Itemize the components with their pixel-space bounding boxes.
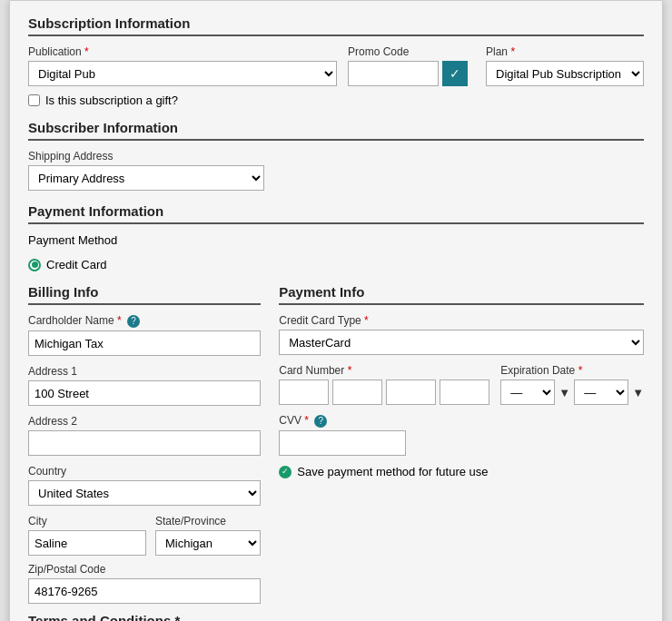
- state-label: State/Province: [155, 515, 261, 527]
- shipping-address-label: Shipping Address: [28, 150, 644, 163]
- address2-label: Address 2: [28, 415, 261, 428]
- gift-checkbox[interactable]: [28, 94, 40, 106]
- payment-info-title: Payment Info: [279, 284, 644, 305]
- exp-month-select[interactable]: —: [500, 380, 555, 405]
- cardholder-name-label: Cardholder Name * ?: [28, 314, 261, 328]
- zip-input[interactable]: [28, 578, 261, 604]
- card-number-label: Card Number *: [279, 364, 489, 377]
- shipping-address-select[interactable]: Primary Address: [28, 165, 264, 191]
- address1-input[interactable]: [28, 380, 261, 406]
- save-check-inner: ✓: [282, 468, 289, 476]
- shipping-address-field: Shipping Address Primary Address: [28, 150, 644, 191]
- save-check-icon[interactable]: ✓: [279, 466, 292, 478]
- payment-section-title: Payment Information: [28, 203, 644, 224]
- payment-info-section: Payment Info Credit Card Type * MasterCa…: [279, 284, 644, 613]
- cardholder-help-icon[interactable]: ?: [127, 315, 140, 328]
- address1-field: Address 1: [28, 365, 261, 406]
- billing-info-section: Billing Info Cardholder Name * ? Address…: [28, 284, 261, 613]
- card-number-segments: [279, 380, 489, 405]
- card-type-field: Credit Card Type * MasterCard: [279, 314, 644, 355]
- save-payment-label: Save payment method for future use: [297, 465, 488, 478]
- subscription-modal: Subscription Information Publication * D…: [9, 0, 663, 621]
- card-type-select[interactable]: MasterCard: [279, 330, 644, 355]
- city-state-row: City State/Province Michigan: [28, 515, 261, 556]
- cvv-input[interactable]: [279, 430, 406, 456]
- card-seg1-input[interactable]: [279, 380, 329, 405]
- terms-section: Terms and Conditions * I authorize a one…: [28, 613, 644, 621]
- card-number-expiration-row: Card Number * Expiration Date *: [279, 364, 644, 405]
- cardholder-name-field: Cardholder Name * ?: [28, 314, 261, 356]
- exp-separator: ▼: [558, 386, 570, 405]
- plan-field: Plan * Digital Pub Subscription Plan, $: [486, 45, 644, 86]
- subscriber-section-title: Subscriber Information: [28, 120, 644, 141]
- payment-section: Payment Information Payment Method Credi…: [28, 203, 644, 271]
- cvv-help-icon[interactable]: ?: [314, 415, 327, 428]
- credit-card-row: Credit Card: [28, 258, 644, 271]
- terms-title: Terms and Conditions *: [28, 613, 644, 621]
- promo-code-field: Promo Code ✓: [348, 45, 475, 86]
- payment-method-label: Payment Method: [28, 233, 117, 247]
- verify-button[interactable]: ✓: [442, 61, 468, 86]
- gift-row: Is this subscription a gift?: [28, 94, 644, 107]
- exp-year-select[interactable]: —: [574, 380, 628, 405]
- radio-dot-inner: [32, 261, 38, 268]
- card-seg4-input[interactable]: [440, 380, 489, 405]
- promo-code-input[interactable]: [348, 61, 439, 86]
- save-payment-row: ✓ Save payment method for future use: [279, 465, 644, 478]
- zip-field: Zip/Postal Code: [28, 563, 261, 604]
- cvv-field: CVV * ?: [279, 414, 644, 456]
- credit-card-radio[interactable]: [28, 259, 41, 271]
- credit-card-label: Credit Card: [46, 258, 106, 271]
- publication-select[interactable]: Digital Pub: [28, 61, 337, 86]
- city-input[interactable]: [28, 530, 146, 556]
- promo-code-label: Promo Code: [348, 45, 475, 58]
- state-field: State/Province Michigan: [155, 515, 261, 556]
- billing-section-title: Billing Info: [28, 284, 261, 305]
- exp-year-arrow: ▼: [632, 386, 644, 405]
- card-seg2-input[interactable]: [332, 380, 382, 405]
- subscription-section: Subscription Information Publication * D…: [28, 15, 644, 107]
- address2-field: Address 2: [28, 415, 261, 456]
- expiration-label: Expiration Date *: [500, 364, 644, 377]
- card-number-field: Card Number *: [279, 364, 489, 405]
- card-type-label: Credit Card Type *: [279, 314, 644, 327]
- payment-method-row: Payment Method: [28, 233, 644, 247]
- card-seg3-input[interactable]: [386, 380, 436, 405]
- address2-input[interactable]: [28, 430, 261, 456]
- address1-label: Address 1: [28, 365, 261, 378]
- country-select[interactable]: United States: [28, 480, 261, 506]
- country-field: Country United States: [28, 465, 261, 506]
- zip-label: Zip/Postal Code: [28, 563, 261, 576]
- plan-select[interactable]: Digital Pub Subscription Plan, $: [486, 61, 644, 86]
- gift-label: Is this subscription a gift?: [45, 94, 178, 107]
- cardholder-name-input[interactable]: [28, 330, 261, 356]
- publication-field: Publication * Digital Pub: [28, 45, 337, 86]
- country-label: Country: [28, 465, 261, 478]
- promo-verify-group: ✓: [348, 61, 475, 86]
- state-select[interactable]: Michigan: [155, 530, 261, 556]
- expiration-field: Expiration Date * — ▼ — ▼: [500, 364, 644, 405]
- cvv-label: CVV * ?: [279, 414, 644, 428]
- subscription-section-title: Subscription Information: [28, 15, 644, 36]
- expiration-row: — ▼ — ▼: [500, 380, 644, 405]
- plan-label: Plan *: [486, 45, 644, 58]
- city-label: City: [28, 515, 146, 527]
- city-field: City: [28, 515, 146, 556]
- subscriber-section: Subscriber Information Shipping Address …: [28, 120, 644, 191]
- billing-payment-row: Billing Info Cardholder Name * ? Address…: [28, 284, 644, 613]
- publication-label: Publication *: [28, 45, 337, 58]
